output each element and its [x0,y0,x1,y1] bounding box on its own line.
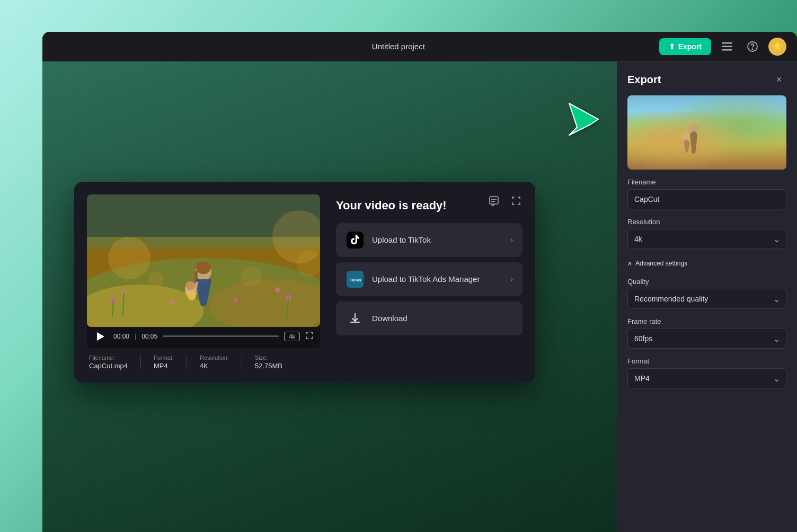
file-info-divider-1 [140,356,141,369]
svg-point-32 [148,271,164,287]
app-window: Untitled project ⬆ Export [42,32,797,532]
quality-badge[interactable]: 4k [284,332,300,341]
time-separator: | [135,333,136,340]
chevron-right-icon-1: › [510,235,513,245]
card-top-icons [485,192,525,209]
fullscreen-expand-icon[interactable] [508,192,525,209]
video-controls: 00:00 | 00:05 4k [87,325,320,348]
arrow-cursor [559,101,601,143]
chevron-right-icon-2: › [510,274,513,284]
tiktok-icon [346,230,365,250]
file-filename-value: CapCut.mp4 [89,362,128,370]
upload-tiktok-ads-label: Upload to TikTok Ads Manager [372,274,503,283]
modal-overlay: 00:00 | 00:05 4k [42,32,797,532]
file-size-label: Size: [255,354,282,361]
card-right: Your video is ready! Upload to TikTok › [336,194,523,341]
tiktok-ads-icon: TikTok [346,270,365,289]
tiktok-logo [347,232,364,249]
file-info-divider-3 [242,356,242,369]
file-size-item: Size: 52.75MB [255,354,282,370]
file-resolution-label: Resolution: [200,354,229,361]
file-format-value: MP4 [154,362,174,370]
svg-point-24 [233,298,238,303]
svg-marker-35 [97,332,104,341]
file-info-divider-2 [187,356,187,369]
file-info: Filename: CapCut.mp4 Format: MP4 Resolut… [87,354,320,370]
tiktok-ads-logo: TikTok [347,271,364,288]
file-resolution-item: Resolution: 4K [200,354,229,370]
file-format-label: Format: [154,354,174,361]
svg-marker-7 [569,103,598,135]
upload-tiktok-label: Upload to TikTok [372,235,503,244]
svg-point-17 [108,237,150,279]
video-player: 00:00 | 00:05 4k [87,194,320,370]
file-filename-label: Filename: [89,354,128,361]
progress-bar[interactable] [163,335,279,337]
download-button[interactable]: Download [336,302,523,335]
svg-point-29 [196,261,211,274]
svg-point-33 [241,266,262,287]
file-filename-item: Filename: CapCut.mp4 [89,354,128,370]
file-size-value: 52.75MB [255,362,282,370]
svg-point-23 [169,300,174,306]
feedback-icon[interactable] [485,192,502,209]
video-card: 00:00 | 00:05 4k [74,182,535,383]
svg-point-22 [275,287,280,292]
upload-tiktok-ads-button[interactable]: TikTok Upload to TikTok Ads Manager › [336,262,523,296]
total-time: 00:05 [141,333,157,340]
upload-tiktok-button[interactable]: Upload to TikTok › [336,223,523,257]
svg-text:TikTok: TikTok [350,278,361,282]
fullscreen-button[interactable] [305,331,314,342]
download-icon [346,309,365,328]
svg-point-31 [185,281,195,290]
file-resolution-value: 4K [200,362,229,370]
current-time: 00:00 [113,333,129,340]
file-format-item: Format: MP4 [154,354,174,370]
video-display [87,194,320,327]
svg-rect-8 [490,197,498,204]
card-body: 00:00 | 00:05 4k [87,194,523,370]
play-button[interactable] [93,329,108,344]
download-label: Download [372,314,506,323]
